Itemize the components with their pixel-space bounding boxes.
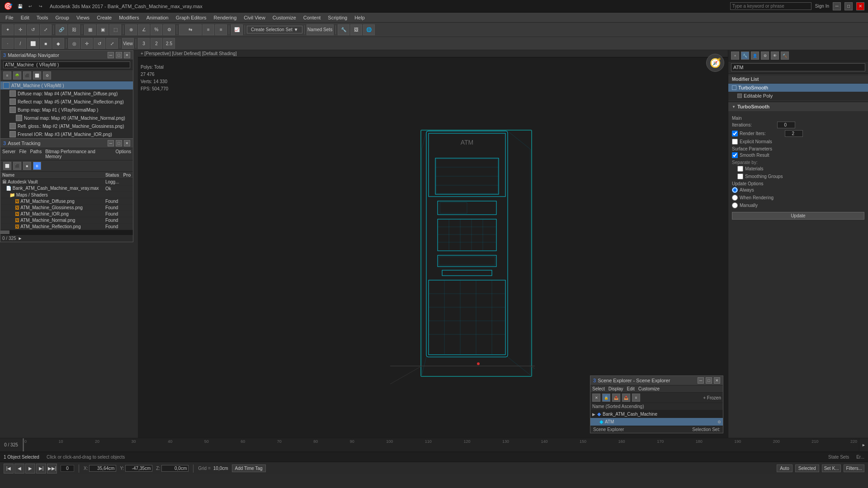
filter-btn[interactable]: ▦: [84, 24, 96, 35]
asset-icon3[interactable]: ■: [23, 162, 31, 170]
mat-list-icon[interactable]: ≡: [3, 71, 11, 80]
link-btn[interactable]: 🔗: [56, 24, 67, 35]
at-row-normal[interactable]: 🖼 ATM_Machine_Normal.png Found: [0, 217, 133, 223]
mat-item-bump[interactable]: Bump map: Map #1 ( VRayNormalMap ): [0, 106, 133, 114]
asset-menu-paths[interactable]: Paths: [30, 149, 42, 159]
ts-update-btn[interactable]: Update: [732, 212, 864, 220]
ts-manually-radio[interactable]: [732, 202, 738, 208]
named-sets-btn[interactable]: Named Sets: [307, 24, 334, 35]
align-btn[interactable]: ≡: [203, 24, 214, 35]
window-btn[interactable]: ▣: [97, 24, 108, 35]
timeline-track[interactable]: 0 10 20 30 40 50 60 70 80 90 100 110 120…: [23, 438, 859, 451]
mat-item-diffuse[interactable]: Diffuse map: Map #4 (ATM_Machine_Diffuse…: [0, 89, 133, 98]
asset-nav-arrow[interactable]: ►: [18, 236, 23, 241]
se-customize[interactable]: Customize: [638, 386, 660, 391]
layer-btn[interactable]: ≡: [215, 24, 227, 35]
angle-snap-btn[interactable]: ∠: [138, 24, 150, 35]
3d-snap-btn[interactable]: 3: [138, 38, 150, 49]
asset-scroll-thumb[interactable]: [0, 230, 9, 234]
menu-animation[interactable]: Animation: [143, 14, 172, 21]
rp-motion-icon[interactable]: ⚙: [761, 52, 769, 60]
se-display[interactable]: Display: [609, 386, 623, 391]
menu-views[interactable]: Views: [73, 14, 93, 21]
snap-btn[interactable]: ⊕: [125, 24, 137, 35]
se-bottom-left[interactable]: Scene Explorer: [593, 427, 624, 432]
at-row-reflection[interactable]: 🖼 ATM_Machine_Reflection.png Found: [0, 223, 133, 230]
asset-min[interactable]: ─: [108, 140, 114, 146]
mat-nav-close[interactable]: ✕: [124, 52, 130, 58]
curve-editor-btn[interactable]: 📈: [231, 24, 243, 35]
filters-btn[interactable]: Filters...: [844, 465, 864, 472]
search-input[interactable]: [730, 2, 811, 10]
y-input[interactable]: [125, 465, 152, 472]
se-close[interactable]: ✕: [714, 377, 720, 384]
mat-options-icon[interactable]: ⚙: [43, 71, 51, 80]
redo-icon[interactable]: ↪: [36, 2, 45, 11]
mat-large-icon[interactable]: ⬛: [23, 71, 31, 80]
rp-create-icon[interactable]: +: [731, 52, 739, 60]
menu-civil-view[interactable]: Civil View: [240, 14, 269, 21]
menu-rendering[interactable]: Rendering: [210, 14, 241, 21]
asset-icon4[interactable]: B: [33, 162, 41, 170]
play-btn[interactable]: ▶: [25, 464, 35, 474]
object-name-input[interactable]: [731, 63, 865, 71]
asset-icon2[interactable]: ⬛: [13, 162, 21, 170]
rotate-obj-btn[interactable]: ↺: [94, 38, 105, 49]
se-tb3[interactable]: 📤: [612, 394, 620, 402]
frame-input[interactable]: 0: [61, 465, 74, 472]
prev-frame-btn[interactable]: ◀: [14, 464, 24, 474]
menu-content[interactable]: Content: [300, 14, 325, 21]
rp-hierarchy-icon[interactable]: 👤: [751, 52, 759, 60]
render-setup-btn[interactable]: 🔧: [338, 24, 349, 35]
scale-btn[interactable]: ⤢: [40, 24, 52, 35]
border-btn[interactable]: ⬜: [27, 38, 39, 49]
menu-modifiers[interactable]: Modifiers: [115, 14, 143, 21]
ts-explicit-normals-check[interactable]: [732, 139, 738, 145]
menu-tools[interactable]: Tools: [33, 14, 52, 21]
view-btn[interactable]: View: [122, 38, 134, 49]
ts-when-rendering-radio[interactable]: [732, 195, 738, 201]
move-obj-btn[interactable]: ✛: [81, 38, 93, 49]
menu-graph-editors[interactable]: Graph Editors: [172, 14, 210, 21]
render-env-btn[interactable]: 🌐: [363, 24, 375, 35]
minimize-btn[interactable]: ─: [833, 2, 841, 10]
at-row-diffuse[interactable]: 🖼 ATM_Machine_Diffuse.png Found: [0, 198, 133, 204]
unlink-btn[interactable]: ⛓: [68, 24, 80, 35]
viewport[interactable]: + [Perspective] [User Defined] [Default …: [138, 50, 728, 438]
asset-max[interactable]: □: [116, 140, 122, 146]
se-tb1[interactable]: ✕: [592, 394, 600, 402]
mat-small-icon[interactable]: ⬜: [33, 71, 41, 80]
at-row-ior[interactable]: 🖼 ATM_Machine_IOR.png Found: [0, 211, 133, 217]
spinner-snap-btn[interactable]: ⚙: [163, 24, 175, 35]
ts-iterations-input[interactable]: [777, 122, 795, 128]
se-tb4[interactable]: 📥: [622, 394, 630, 402]
poly-btn[interactable]: ■: [40, 38, 52, 49]
se-tb5[interactable]: ≡: [632, 394, 640, 402]
mat-item-root[interactable]: ATM_Machine ( VRayMtl ): [0, 81, 133, 89]
ts-always-radio[interactable]: [732, 187, 738, 193]
scale-obj-btn[interactable]: ⤢: [106, 38, 118, 49]
next-frame-btn[interactable]: ▶|: [36, 464, 46, 474]
asset-menu-bitmap[interactable]: Bitmap Performance and Memory: [45, 149, 112, 159]
ts-render-iters-input[interactable]: [785, 130, 803, 137]
x-input[interactable]: [89, 465, 116, 472]
se-min[interactable]: ─: [698, 377, 704, 384]
create-selection-set-btn[interactable]: Create Selection Set ▼: [247, 26, 302, 33]
vertex-btn[interactable]: ·: [2, 38, 14, 49]
rp-utilities-icon[interactable]: 🔨: [781, 52, 789, 60]
se-tb2[interactable]: 🔒: [602, 394, 610, 402]
save-icon[interactable]: 💾: [15, 2, 24, 11]
mat-item-ior[interactable]: Fresnel IOR: Map #3 (ATM_Machine_IOR.png…: [0, 130, 133, 138]
move-btn[interactable]: ✛: [14, 24, 26, 35]
rp-display-icon[interactable]: 👁: [771, 52, 779, 60]
menu-help[interactable]: Help: [351, 14, 368, 21]
2_5-snap-btn[interactable]: 2.5: [163, 38, 175, 49]
menu-scripting[interactable]: Scripting: [324, 14, 351, 21]
select-obj-btn[interactable]: ◎: [68, 38, 80, 49]
maximize-btn[interactable]: □: [844, 2, 853, 10]
z-input[interactable]: [161, 465, 189, 472]
menu-group[interactable]: Group: [52, 14, 73, 21]
ts-smooth-result-check[interactable]: [732, 152, 738, 158]
se-bank-atm[interactable]: ▶ ◆ Bank_ATM_Cash_Machine: [590, 410, 723, 418]
rp-modify-icon[interactable]: 🔧: [741, 52, 749, 60]
